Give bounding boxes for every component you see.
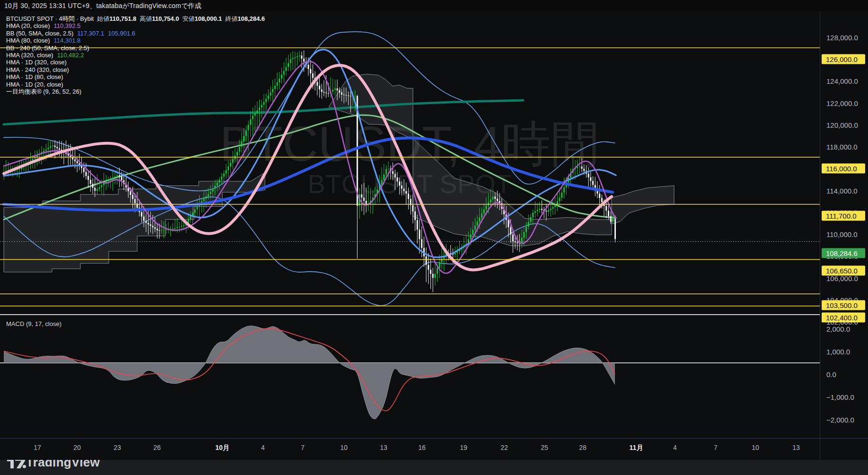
chart-area[interactable]: BTCUSDT, 4時間BTCUSDT SPOT BTCUSDT SPOT · … xyxy=(0,11,868,445)
legend-row[interactable]: BTCUSDT SPOT · 4時間 · Bybit始値110,751.8高値1… xyxy=(6,15,265,22)
legend-row[interactable]: HMA (20, close)110,392.5 xyxy=(6,22,265,29)
legend-row[interactable]: HMA · 1D (20, close) xyxy=(6,81,265,88)
ichimoku-cloud xyxy=(4,173,265,272)
time-axis[interactable]: 1720232610月471013161922252811月471013 xyxy=(0,438,868,460)
price-tick: 120,000.0 xyxy=(826,121,858,129)
pane-separator xyxy=(0,314,868,315)
time-tick: 26 xyxy=(153,444,161,451)
tradingview-snapshot: { "attribution": "10月 30, 2025 13:31 UTC… xyxy=(0,0,868,475)
time-tick: 4 xyxy=(673,444,677,451)
price-tick: 124,000.0 xyxy=(826,77,858,85)
price-tick: 122,000.0 xyxy=(826,99,858,107)
time-tick: 17 xyxy=(34,444,41,451)
price-tick: 118,000.0 xyxy=(826,143,858,151)
legend-row[interactable]: HMA (320, close)110,482.2 xyxy=(6,52,265,59)
time-tick: 19 xyxy=(460,444,467,451)
axis-corner xyxy=(820,439,868,460)
time-tick: 28 xyxy=(579,444,587,451)
time-tick: 23 xyxy=(114,444,121,451)
legend-row[interactable]: HMA · 1D (320, close) xyxy=(6,59,265,66)
time-tick: 25 xyxy=(541,444,548,451)
time-tick: 10 xyxy=(752,444,759,451)
macd-legend[interactable]: MACD (9, 17, close) xyxy=(6,320,61,327)
time-tick: 16 xyxy=(418,444,426,451)
time-tick: 10月 xyxy=(215,444,229,452)
price-level-label: 106,650.0 xyxy=(822,266,865,276)
price-axis[interactable]: 128,000.0126,000.0124,000.0122,000.0120,… xyxy=(820,11,868,445)
macd-tick: 2,000.0 xyxy=(826,325,850,333)
legend-row[interactable]: HMA · 240 (320, close) xyxy=(6,66,265,73)
current-price-label: 108,284.6 xyxy=(822,248,865,258)
macd-line xyxy=(4,326,615,419)
price-level-label: 116,000.0 xyxy=(822,164,865,174)
time-tick: 11月 xyxy=(630,444,643,452)
legend-row[interactable]: BB (50, SMA, close, 2.5)117,307.1105,901… xyxy=(6,30,265,37)
price-tick: 128,000.0 xyxy=(826,33,858,41)
macd-signal-line xyxy=(4,328,615,411)
macd-tick: −1,000.0 xyxy=(826,393,854,401)
macd-tick: −2,000.0 xyxy=(826,416,854,424)
macd-area xyxy=(4,326,615,419)
price-tick: 110,000.0 xyxy=(826,230,858,238)
snapshot-attribution-bar: 10月 30, 2025 13:31 UTC+9、takatabaがTradin… xyxy=(0,0,868,11)
time-tick: 7 xyxy=(301,444,305,451)
legend-row[interactable]: 一目均衡表® (9, 26, 52, 26) xyxy=(6,88,265,95)
time-tick: 13 xyxy=(792,444,800,451)
macd-tick: 1,000.0 xyxy=(826,348,850,356)
time-tick: 13 xyxy=(380,444,387,451)
price-level-label: 111,700.0 xyxy=(822,211,865,220)
legend-row[interactable]: HMA · 1D (80, close) xyxy=(6,73,265,80)
price-level-label: 103,500.0 xyxy=(822,300,865,310)
time-tick: 10 xyxy=(340,444,348,451)
indicator-legend[interactable]: BTCUSDT SPOT · 4時間 · Bybit始値110,751.8高値1… xyxy=(6,15,265,95)
price-level-label: 126,000.0 xyxy=(822,54,865,64)
time-tick: 20 xyxy=(73,444,81,451)
macd-tick: 0.0 xyxy=(826,370,836,378)
time-tick: 4 xyxy=(261,444,265,451)
time-tick: 7 xyxy=(714,444,718,451)
attribution-text: 10月 30, 2025 13:31 UTC+9、takatabaがTradin… xyxy=(4,2,202,10)
ichimoku-cloud xyxy=(612,185,674,224)
price-level-label: 102,400.0 xyxy=(822,312,865,322)
legend-row[interactable]: HMA (80, close)114,301.8 xyxy=(6,37,265,44)
price-tick: 114,000.0 xyxy=(826,186,858,194)
time-tick: 22 xyxy=(500,444,508,451)
legend-row[interactable]: BB · 240 (50, SMA, close, 2.5) xyxy=(6,44,265,52)
